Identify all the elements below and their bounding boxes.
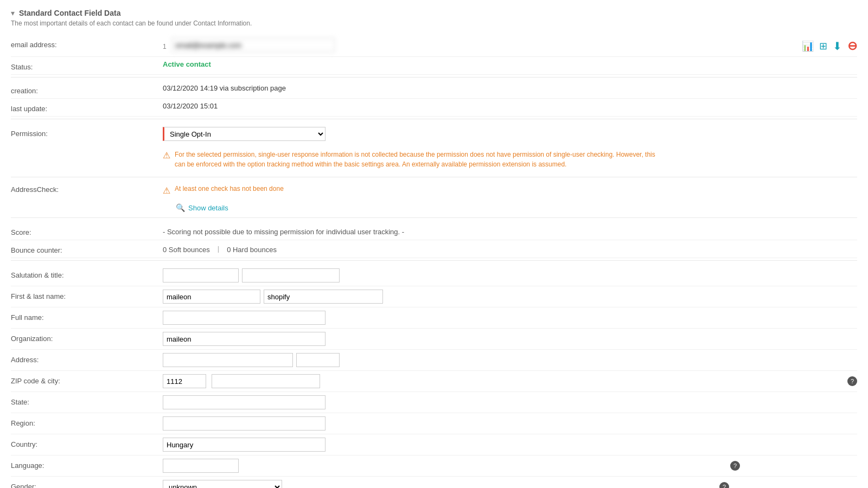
city-input[interactable] bbox=[212, 374, 320, 388]
permission-row: Permission: Single Opt-In Double Opt-In … bbox=[11, 124, 857, 175]
gender-label: Gender: bbox=[11, 480, 163, 488]
zip-city-row: ZIP code & city: ? bbox=[11, 371, 857, 392]
section-title: Standard Contact Field Data bbox=[19, 9, 120, 17]
address-extra-input[interactable] bbox=[296, 353, 340, 367]
language-help-icon[interactable]: ? bbox=[730, 461, 740, 471]
salutation-label: Salutation & title: bbox=[11, 268, 163, 279]
section-subtitle: The most important details of each conta… bbox=[11, 20, 857, 27]
gender-help-icon[interactable]: ? bbox=[719, 482, 729, 488]
gender-select[interactable]: unknown male female other bbox=[163, 480, 282, 488]
soft-bounce-value: 0 Soft bounces bbox=[163, 243, 210, 254]
status-row: Status: Active contact bbox=[11, 57, 857, 75]
permission-select[interactable]: Single Opt-In Double Opt-In Confirmed Op… bbox=[163, 127, 326, 141]
last-update-label: last update: bbox=[11, 102, 163, 113]
stats-icon[interactable]: 📊 bbox=[802, 40, 814, 52]
section-header: ▾ Standard Contact Field Data bbox=[11, 9, 857, 17]
first-name-input[interactable] bbox=[163, 290, 260, 304]
email-address-label: email address: bbox=[11, 38, 163, 49]
address-row: Address: bbox=[11, 350, 857, 371]
organization-input[interactable] bbox=[163, 332, 326, 346]
last-name-input[interactable] bbox=[264, 290, 383, 304]
region-input[interactable] bbox=[163, 416, 326, 431]
bounce-separator: | bbox=[218, 245, 219, 253]
email-address-row: email address: 1 📊 ⊞ ⬇ ⊖ bbox=[11, 35, 857, 57]
hard-bounce-value: 0 Hard bounces bbox=[227, 243, 277, 254]
organization-row: Organization: bbox=[11, 329, 857, 350]
qr-icon[interactable]: ⊞ bbox=[819, 40, 827, 52]
title-input[interactable] bbox=[242, 268, 340, 282]
download-icon[interactable]: ⬇ bbox=[833, 40, 842, 53]
email-address-input[interactable] bbox=[172, 38, 335, 52]
permission-warning-text: For the selected permission, single-user… bbox=[175, 150, 663, 169]
remove-button[interactable]: ⊖ bbox=[847, 39, 857, 53]
state-label: State: bbox=[11, 395, 163, 406]
language-label: Language: bbox=[11, 459, 163, 470]
zip-help-icon[interactable]: ? bbox=[847, 376, 857, 386]
email-number: 1 bbox=[163, 40, 167, 50]
region-label: Region: bbox=[11, 416, 163, 427]
bounce-counter-label: Bounce counter: bbox=[11, 243, 163, 254]
address-check-warning-text: At least one check has not been done bbox=[175, 185, 284, 192]
address-check-label: AddressCheck: bbox=[11, 183, 163, 194]
status-value: Active contact bbox=[163, 60, 211, 68]
address-input[interactable] bbox=[163, 353, 293, 367]
country-label: Country: bbox=[11, 438, 163, 448]
show-details-icon: 🔍 bbox=[176, 203, 185, 212]
country-input[interactable] bbox=[163, 438, 326, 452]
full-name-label: Full name: bbox=[11, 311, 163, 322]
status-label: Status: bbox=[11, 60, 163, 71]
address-check-row: AddressCheck: ⚠ At least one check has n… bbox=[11, 179, 857, 215]
full-name-row: Full name: bbox=[11, 307, 857, 329]
creation-row: creation: 03/12/2020 14:19 via subscript… bbox=[11, 81, 857, 99]
region-row: Region: bbox=[11, 413, 857, 434]
toolbar-icons: 📊 ⊞ ⬇ ⊖ bbox=[802, 38, 857, 53]
first-last-name-label: First & last name: bbox=[11, 290, 163, 300]
language-row: Language: ? bbox=[11, 455, 857, 477]
address-check-warning-icon: ⚠ bbox=[163, 185, 170, 196]
organization-label: Organization: bbox=[11, 332, 163, 343]
language-input[interactable] bbox=[163, 459, 239, 473]
bounce-counter-row: Bounce counter: 0 Soft bounces | 0 Hard … bbox=[11, 240, 857, 258]
creation-label: creation: bbox=[11, 84, 163, 95]
score-label: Score: bbox=[11, 226, 163, 236]
address-label: Address: bbox=[11, 353, 163, 364]
state-row: State: bbox=[11, 392, 857, 413]
zip-label: ZIP code & city: bbox=[11, 374, 163, 385]
last-update-row: last update: 03/12/2020 15:01 bbox=[11, 99, 857, 117]
country-row: Country: bbox=[11, 434, 857, 455]
full-name-input[interactable] bbox=[163, 311, 326, 325]
salutation-row: Salutation & title: bbox=[11, 265, 857, 286]
creation-value: 03/12/2020 14:19 via subscription page bbox=[163, 84, 286, 92]
state-input[interactable] bbox=[163, 395, 326, 409]
first-last-name-row: First & last name: bbox=[11, 286, 857, 307]
zip-input[interactable] bbox=[163, 374, 206, 388]
permission-label: Permission: bbox=[11, 127, 163, 138]
permission-warning-icon: ⚠ bbox=[163, 150, 170, 160]
salutation-input[interactable] bbox=[163, 268, 239, 282]
gender-row: Gender: unknown male female other ? bbox=[11, 477, 857, 488]
score-row: Score: - Scoring not possible due to mis… bbox=[11, 222, 857, 240]
section-toggle-icon[interactable]: ▾ bbox=[11, 9, 15, 17]
show-details-link[interactable]: Show details bbox=[188, 204, 228, 212]
last-update-value: 03/12/2020 15:01 bbox=[163, 102, 218, 110]
score-value: - Scoring not possible due to missing pe… bbox=[163, 226, 404, 236]
